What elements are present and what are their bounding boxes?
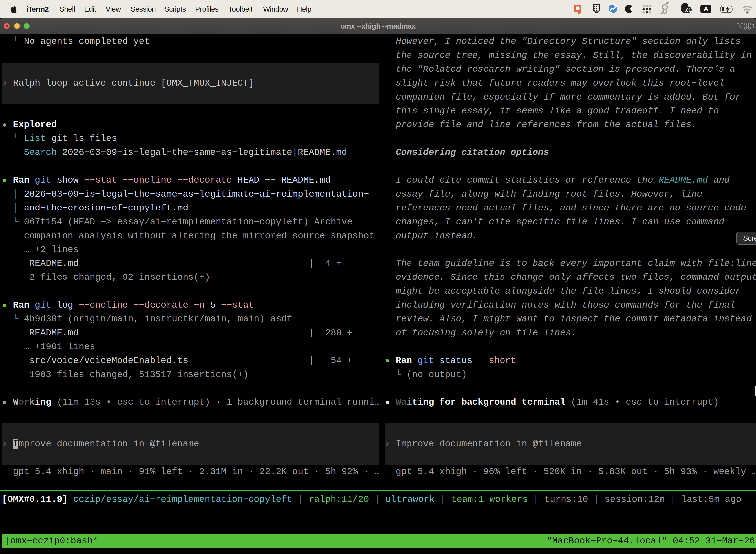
svg-text:1: 1: [752, 22, 755, 30]
svg-text:A: A: [704, 5, 708, 13]
svg-text:..61: ..61: [683, 7, 691, 13]
